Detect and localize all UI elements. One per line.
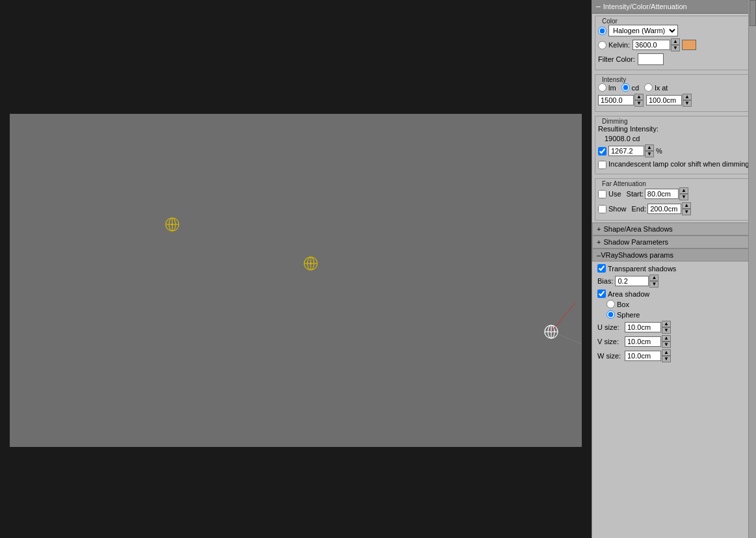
far-att-end-label: End: (632, 205, 647, 213)
lm-radio[interactable] (598, 83, 606, 92)
kelvin-swatch[interactable] (682, 40, 696, 50)
vrayshadows-content: Transparent shadows Bias: 0.2 ▲ ▼ Area s… (592, 262, 756, 366)
vrayshadows-header[interactable]: – VRayShadows params (592, 249, 756, 262)
light-icon-1[interactable] (163, 215, 182, 234)
intensity-input1[interactable]: 1500.0 (598, 95, 634, 105)
dim-percent: % (656, 147, 662, 155)
light-icon-3[interactable] (541, 322, 561, 342)
dim-up[interactable]: ▲ (645, 144, 654, 151)
right-panel: – Intensity/Color/Attenuation Color Halo… (592, 0, 756, 538)
far-att-end-btns: ▲ ▼ (682, 202, 691, 215)
scrollbar[interactable] (748, 0, 756, 538)
bias-label: Bias: (597, 277, 613, 285)
kelvin-spinner-btns: ▲ ▼ (671, 38, 680, 51)
svg-point-4 (172, 224, 174, 226)
viewport (0, 0, 592, 538)
shadow-params-toggle[interactable]: + (597, 238, 601, 246)
far-att-start-up[interactable]: ▲ (679, 187, 688, 194)
sphere-radio[interactable] (606, 310, 615, 319)
incandescent-checkbox[interactable] (598, 161, 606, 169)
light-icon-2[interactable] (301, 254, 320, 273)
far-att-start-input[interactable]: 80.0cm (645, 189, 679, 199)
dim-input[interactable]: 1267.2 (608, 146, 644, 156)
area-shadow-checkbox[interactable] (597, 289, 606, 298)
intensity1-down[interactable]: ▼ (634, 100, 644, 107)
lxat-radio[interactable] (644, 83, 653, 92)
box-radio[interactable] (606, 300, 615, 308)
v-size-input[interactable]: 10.0cm (625, 336, 661, 347)
u-size-down[interactable]: ▼ (662, 327, 671, 334)
bias-input[interactable]: 0.2 (615, 276, 649, 286)
transparent-shadows-label: Transparent shadows (608, 265, 676, 273)
incandescent-label: Incandescent lamp color shift when dimmi… (608, 159, 719, 168)
bias-down[interactable]: ▼ (649, 281, 658, 288)
shape-area-toggle[interactable]: + (597, 225, 601, 233)
w-size-spinner: 10.0cm ▲ ▼ (625, 349, 671, 362)
far-attenuation-legend: Far Attenuation (601, 180, 750, 187)
dim-spinner: 1267.2 ▲ ▼ (608, 144, 654, 157)
dim-checkbox[interactable] (598, 147, 606, 155)
u-size-btns: ▲ ▼ (662, 321, 671, 334)
v-size-label: V size: (597, 338, 625, 345)
ica-toggle[interactable]: – (596, 2, 601, 11)
connection-lines (10, 114, 582, 447)
far-att-start-btns: ▲ ▼ (679, 187, 688, 200)
kelvin-spinner: 3600.0 ▲ ▼ (632, 38, 680, 51)
u-size-spinner: 10.0cm ▲ ▼ (625, 321, 671, 334)
svg-point-9 (310, 263, 312, 265)
svg-point-14 (551, 331, 553, 333)
far-att-end-spinner: 200.0cm ▲ ▼ (647, 202, 691, 215)
v-size-down[interactable]: ▼ (662, 342, 671, 348)
box-radio-row: Box (606, 300, 751, 308)
intensity2-down[interactable]: ▼ (683, 100, 692, 107)
u-size-input[interactable]: 10.0cm (625, 322, 661, 332)
color-preset-select[interactable]: Halogen (Warm) Daylight Fluorescent (608, 25, 678, 36)
bias-up[interactable]: ▲ (649, 275, 658, 281)
incandescent-row: Incandescent lamp color shift when dimmi… (598, 159, 750, 169)
far-attenuation-group: Far Attenuation Use Start: 80.0cm ▲ ▼ Sh… (595, 178, 753, 221)
bias-spinner-btns: ▲ ▼ (649, 275, 658, 288)
kelvin-up[interactable]: ▲ (671, 38, 680, 45)
v-size-up[interactable]: ▲ (662, 335, 671, 342)
intensity-legend: Intensity (601, 76, 750, 83)
cd-radio[interactable] (621, 83, 630, 92)
far-att-start-down[interactable]: ▼ (679, 194, 688, 200)
bias-row: Bias: 0.2 ▲ ▼ (597, 275, 751, 288)
kelvin-radio[interactable] (598, 41, 606, 49)
filter-color-swatch[interactable] (638, 53, 664, 65)
kelvin-input[interactable]: 3600.0 (632, 40, 670, 50)
intensity2-up[interactable]: ▲ (683, 94, 692, 100)
intensity-spinner2-btns: ▲ ▼ (683, 94, 692, 107)
sphere-radio-row: Sphere (606, 310, 751, 319)
transparent-shadows-checkbox[interactable] (597, 264, 606, 273)
far-att-end-input[interactable]: 200.0cm (647, 204, 681, 214)
shape-area-header[interactable]: + Shape/Area Shadows (592, 222, 756, 235)
ica-header[interactable]: – Intensity/Color/Attenuation (592, 0, 756, 14)
intensity-units-row: lm cd lx at (598, 83, 750, 92)
w-size-input[interactable]: 10.0cm (625, 351, 661, 361)
shadow-params-header[interactable]: + Shadow Parameters (592, 235, 756, 249)
viewport-inner (10, 114, 582, 447)
dim-down[interactable]: ▼ (645, 151, 654, 157)
far-att-use-checkbox[interactable] (598, 190, 606, 198)
w-size-up[interactable]: ▲ (662, 349, 671, 356)
intensity1-up[interactable]: ▲ (634, 94, 644, 100)
resulting-intensity-value: 19008.0 cd (605, 135, 640, 142)
dimming-legend: Dimming (601, 118, 750, 125)
far-att-end-up[interactable]: ▲ (682, 202, 691, 209)
v-size-spinner: 10.0cm ▲ ▼ (625, 335, 671, 348)
area-shadow-label: Area shadow (608, 290, 649, 298)
v-size-btns: ▲ ▼ (662, 335, 671, 348)
intensity-spinner2: 100.0cm ▲ ▼ (646, 94, 692, 107)
scrollbar-thumb[interactable] (749, 0, 756, 26)
far-att-end-down[interactable]: ▼ (682, 209, 691, 215)
color-preset-radio[interactable] (598, 27, 606, 35)
intensity-input2[interactable]: 100.0cm (646, 95, 682, 105)
u-size-up[interactable]: ▲ (662, 321, 671, 327)
w-size-down[interactable]: ▼ (662, 356, 671, 362)
kelvin-down[interactable]: ▼ (671, 45, 680, 51)
w-size-btns: ▲ ▼ (662, 349, 671, 362)
far-att-use-start-row: Use Start: 80.0cm ▲ ▼ (598, 187, 750, 200)
far-att-show-checkbox[interactable] (598, 205, 606, 213)
far-att-show-end-row: Show End: 200.0cm ▲ ▼ (598, 202, 750, 215)
